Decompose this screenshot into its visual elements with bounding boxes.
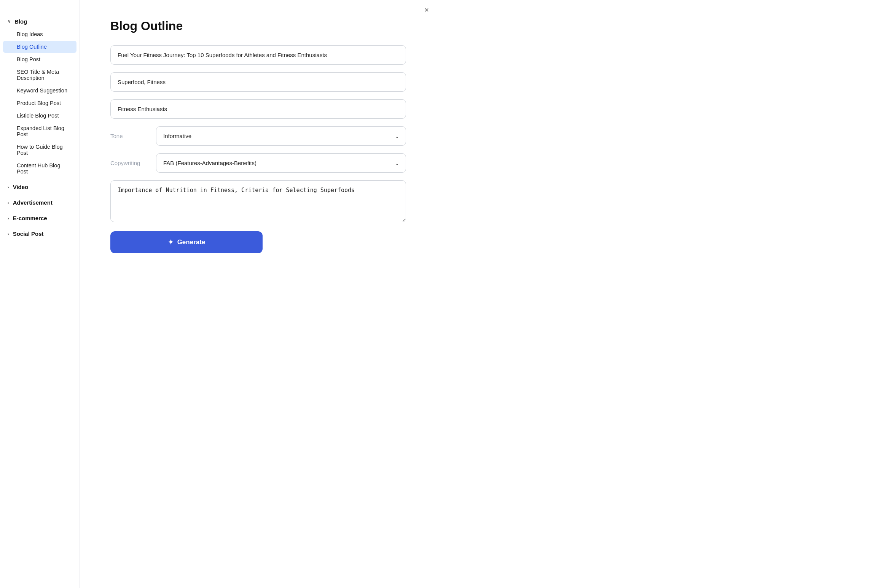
sidebar-section-advertisement-label: Advertisement	[13, 199, 53, 206]
sidebar-section-social-post-header[interactable]: › Social Post	[0, 227, 80, 240]
tone-select-wrapper: Informative Casual Formal Persuasive Ins…	[156, 126, 406, 146]
main-content: Blog Outline Tone Informative Casual For…	[80, 0, 436, 588]
tone-select[interactable]: Informative Casual Formal Persuasive Ins…	[156, 126, 406, 146]
keywords-input[interactable]	[110, 72, 406, 92]
close-button[interactable]: ×	[424, 6, 429, 14]
video-chevron-icon: ›	[8, 185, 9, 189]
sidebar-blog-items: Blog Ideas Blog Outline Blog Post SEO Ti…	[0, 28, 80, 178]
audience-input[interactable]	[110, 99, 406, 119]
sidebar-item-blog-outline[interactable]: Blog Outline	[3, 41, 76, 53]
app-layout: ∨ Blog Blog Ideas Blog Outline Blog Post…	[0, 0, 436, 588]
keywords-field-group	[110, 72, 406, 92]
sidebar-section-blog-header[interactable]: ∨ Blog	[0, 15, 80, 28]
subheadings-field-group: Importance of Nutrition in Fitness, Crit…	[110, 180, 406, 224]
page-title: Blog Outline	[110, 19, 406, 33]
sidebar-item-keyword-suggestion[interactable]: Keyword Suggestion	[3, 84, 76, 97]
sidebar-item-blog-post[interactable]: Blog Post	[3, 53, 76, 65]
sidebar-item-blog-ideas[interactable]: Blog Ideas	[3, 28, 76, 40]
title-field-group	[110, 45, 406, 65]
sidebar-section-video-label: Video	[13, 184, 29, 190]
sidebar-section-ecommerce-label: E-commerce	[13, 215, 47, 221]
copywriting-row: Copywriting FAB (Features-Advantages-Ben…	[110, 153, 406, 173]
copywriting-select[interactable]: FAB (Features-Advantages-Benefits) AIDA …	[156, 153, 406, 173]
sidebar-item-how-to-guide-blog-post[interactable]: How to Guide Blog Post	[3, 141, 76, 159]
generate-button-label: Generate	[177, 238, 206, 246]
sidebar-section-ecommerce-header[interactable]: › E-commerce	[0, 212, 80, 224]
ecommerce-chevron-icon: ›	[8, 216, 9, 221]
tone-label: Tone	[110, 133, 148, 139]
tone-row: Tone Informative Casual Formal Persuasiv…	[110, 126, 406, 146]
sidebar-section-video-header[interactable]: › Video	[0, 181, 80, 193]
copywriting-select-wrapper: FAB (Features-Advantages-Benefits) AIDA …	[156, 153, 406, 173]
sidebar-section-blog-label: Blog	[14, 18, 27, 25]
sidebar: ∨ Blog Blog Ideas Blog Outline Blog Post…	[0, 0, 80, 588]
sidebar-section-advertisement: › Advertisement	[0, 196, 80, 209]
sidebar-item-content-hub-blog-post[interactable]: Content Hub Blog Post	[3, 159, 76, 178]
blog-chevron-icon: ∨	[8, 19, 11, 24]
audience-field-group	[110, 99, 406, 119]
sidebar-section-social-post: › Social Post	[0, 227, 80, 240]
sidebar-section-social-post-label: Social Post	[13, 230, 44, 237]
sidebar-item-product-blog-post[interactable]: Product Blog Post	[3, 97, 76, 109]
generate-button[interactable]: ✦ Generate	[110, 231, 263, 253]
advertisement-chevron-icon: ›	[8, 200, 9, 205]
sidebar-section-ecommerce: › E-commerce	[0, 212, 80, 224]
sidebar-section-advertisement-header[interactable]: › Advertisement	[0, 196, 80, 209]
sidebar-item-expanded-list-blog-post[interactable]: Expanded List Blog Post	[3, 122, 76, 140]
social-post-chevron-icon: ›	[8, 232, 9, 236]
copywriting-label: Copywriting	[110, 160, 148, 166]
sidebar-section-blog: ∨ Blog Blog Ideas Blog Outline Blog Post…	[0, 15, 80, 178]
title-input[interactable]	[110, 45, 406, 65]
sidebar-section-video: › Video	[0, 181, 80, 193]
sidebar-item-listicle-blog-post[interactable]: Listicle Blog Post	[3, 110, 76, 122]
subheadings-textarea[interactable]: Importance of Nutrition in Fitness, Crit…	[110, 180, 406, 222]
sparkle-icon: ✦	[168, 238, 174, 246]
sidebar-item-seo-title-meta[interactable]: SEO Title & Meta Description	[3, 66, 76, 84]
